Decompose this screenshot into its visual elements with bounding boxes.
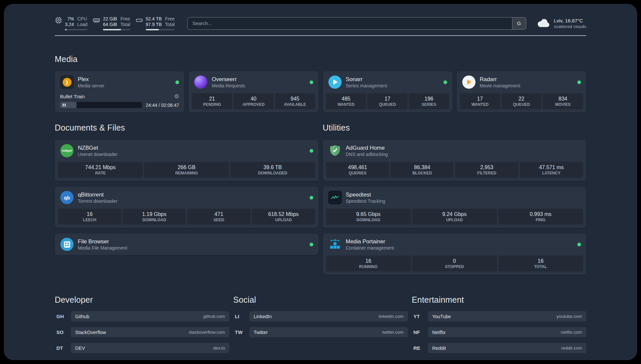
stat-value: 744.21 Mbps	[59, 164, 141, 170]
plex-service-link[interactable]: Plex Media server	[55, 71, 184, 92]
stat-tile: 21 PENDING	[192, 93, 232, 109]
portainer-service-link[interactable]: Media Portainer Container management	[323, 233, 587, 255]
stat-tile: 1.19 Gbps DOWNLOAD	[123, 209, 186, 225]
service-name: Media Portainer	[346, 238, 394, 245]
qbittorrent-icon: qb	[60, 191, 74, 204]
stat-tile: 196 SERIES	[409, 93, 449, 109]
stat-value: 39.6 TB	[231, 164, 314, 170]
stat-label: RATE	[59, 171, 141, 176]
section-title-utilities: Utilities	[323, 123, 587, 133]
stat-value: 0.993 ms	[500, 211, 582, 217]
pause-icon[interactable]	[63, 102, 66, 108]
stat-tile: 471 SEED	[187, 209, 251, 225]
section-title-developer: Developer	[55, 295, 229, 305]
stat-value: 9.65 Gbps	[327, 211, 410, 217]
bookmark-url: youtube.com	[557, 314, 582, 319]
speedtest-service-link[interactable]: Speedtest Speedtest Tracking	[323, 187, 587, 208]
bookmark-url: linkedin.com	[379, 314, 404, 319]
service-subtitle: DNS and adblocking	[346, 151, 388, 157]
cpu-usage-percent: 7%	[65, 16, 74, 22]
bookmark-dev[interactable]: DT DEV dev.to	[55, 343, 229, 353]
bookmark-abbr: RE	[412, 343, 428, 353]
overseerr-icon	[194, 75, 208, 89]
stat-tile: 0 STOPPED	[412, 256, 497, 271]
stat-label: UPLOAD	[413, 218, 496, 223]
memory-usage-bar	[103, 29, 130, 30]
filebrowser-service-link[interactable]: File Browser Media File Management	[55, 233, 319, 255]
now-playing-title: Bullet Train	[60, 94, 174, 99]
memory-total-value: 64 GiB	[103, 22, 117, 27]
memory-icon	[93, 16, 100, 24]
stat-label: PENDING	[193, 102, 231, 107]
nzbget-service-link[interactable]: nzbget NZBGet Usenet downloader	[55, 140, 319, 161]
radarr-service-link[interactable]: Radarr Movie management	[457, 71, 586, 92]
search-provider-button[interactable]: G	[512, 17, 526, 29]
status-dot	[310, 149, 313, 153]
stat-label: FILTERED	[456, 171, 517, 176]
weather-widget: Lviv, 16.87°C scattered clouds	[536, 17, 586, 29]
cpu-load-value: 3.24	[65, 22, 74, 27]
adguard-service-link[interactable]: AdGuard Home DNS and adblocking	[323, 140, 587, 161]
service-name: qBittorrent	[78, 191, 117, 198]
portainer-icon	[328, 237, 342, 251]
bookmark-linkedin[interactable]: LI LinkedIn linkedin.com	[233, 311, 408, 321]
stat-label: QUEUED	[503, 102, 540, 107]
service-subtitle: Torrent downloader	[78, 198, 117, 204]
bookmark-reddit[interactable]: RE Reddit reddit.com	[412, 343, 586, 353]
section-media: Media Plex Media server Bullet Tra	[55, 54, 586, 112]
stat-value: 86,384	[392, 164, 452, 170]
bookmark-name: StackOverflow	[75, 330, 106, 335]
service-subtitle: Movie management	[480, 83, 520, 89]
bookmark-stackoverflow[interactable]: SO StackOverflow stackoverflow.com	[55, 327, 229, 337]
service-name: AdGuard Home	[346, 144, 388, 151]
stat-label: SERIES	[410, 102, 448, 107]
stat-value: 16	[327, 258, 410, 264]
service-name: File Browser	[78, 238, 127, 245]
service-subtitle: Media server	[78, 83, 105, 89]
stat-tile: 9.24 Gbps UPLOAD	[412, 209, 497, 225]
memory-widget: 22 GiB 64 GiB Free Total	[93, 16, 130, 30]
stat-tile: 16 TOTAL	[498, 256, 583, 271]
stat-value: 16	[500, 258, 582, 264]
playback-progress-bar[interactable]	[60, 102, 142, 108]
stat-value: 2,953	[456, 164, 517, 170]
bookmark-netflix[interactable]: NF Netflix netflix.com	[412, 327, 586, 337]
service-name: Speedtest	[346, 191, 385, 198]
stat-label: LATENCY	[521, 171, 582, 176]
search-input[interactable]	[188, 17, 512, 29]
bookmark-youtube[interactable]: YT YouTube youtube.com	[412, 311, 586, 321]
top-bar: 7% 3.24 CPU Load	[55, 4, 586, 30]
speedtest-card: Speedtest Speedtest Tracking 9.65 Gbps D…	[323, 187, 587, 228]
bookmark-name: LinkedIn	[254, 314, 272, 319]
stat-tile: 744.21 Mbps RATE	[58, 162, 143, 178]
section-title-social: Social	[233, 295, 408, 305]
service-name: Plex	[78, 76, 105, 83]
bookmark-url: reddit.com	[561, 346, 582, 350]
stat-tile: 834 MOVIES	[543, 93, 583, 109]
cloud-icon	[536, 18, 551, 29]
sonarr-service-link[interactable]: Sonarr Series management	[323, 71, 452, 92]
qbittorrent-service-link[interactable]: qb qBittorrent Torrent downloader	[55, 187, 319, 208]
disk-free-label: Free	[165, 16, 175, 22]
gear-icon[interactable]	[174, 94, 179, 99]
radarr-icon	[462, 75, 476, 89]
bookmark-twitter[interactable]: TW Twitter twitter.com	[233, 327, 408, 337]
weather-location: Lviv, 16.87°C	[554, 17, 586, 24]
bookmark-group-developer: Developer GH Github github.com SO StackO…	[55, 295, 229, 353]
bookmark-url: stackoverflow.com	[189, 330, 225, 335]
status-dot	[175, 80, 179, 84]
stat-tile: 485 WANTED	[326, 93, 366, 109]
portainer-card: Media Portainer Container management 16 …	[323, 233, 587, 275]
service-subtitle: Speedtest Tracking	[346, 198, 385, 204]
memory-total-label: Total	[120, 22, 130, 27]
stat-value: 22	[503, 96, 540, 102]
bookmark-name: Github	[75, 314, 89, 319]
stat-label: UPLOAD	[253, 218, 314, 223]
stat-label: WANTED	[461, 102, 499, 107]
bookmark-abbr: SO	[55, 327, 71, 337]
bookmark-github[interactable]: GH Github github.com	[55, 311, 229, 321]
overseerr-service-link[interactable]: Overseerr Media Requests	[189, 71, 318, 92]
stat-label: RUNNING	[327, 264, 410, 269]
dashboard-panel: 7% 3.24 CPU Load	[4, 4, 637, 360]
cpu-icon	[55, 16, 62, 24]
